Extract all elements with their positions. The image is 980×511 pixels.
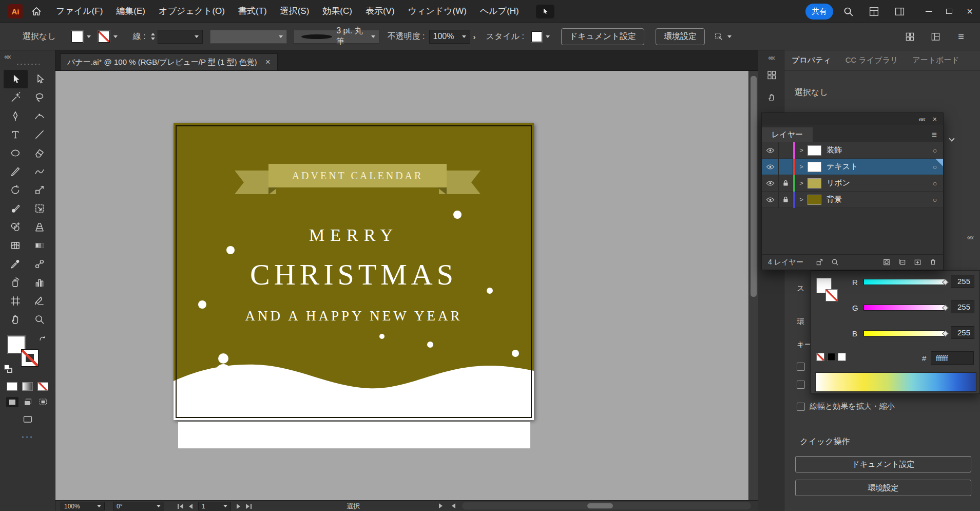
layer-name[interactable]: テキスト	[827, 162, 927, 172]
layer-row-1[interactable]: >装飾○	[762, 142, 943, 159]
graphic-style-swatch[interactable]	[531, 31, 542, 42]
layer-visibility-toggle[interactable]	[762, 192, 779, 207]
new-sublayer-icon[interactable]	[898, 258, 906, 266]
layers-tab[interactable]: レイヤー	[762, 127, 813, 142]
document-tab[interactable]: バナー.ai* @ 100 % (RGB/プレビュー/P 型 (1 型) 色覚)…	[60, 53, 278, 70]
vertical-scrollbar-thumb[interactable]	[751, 76, 757, 297]
curvature-tool[interactable]	[28, 107, 52, 125]
shaper-tool[interactable]	[28, 162, 52, 181]
direct-selection-tool[interactable]	[28, 70, 52, 88]
horizontal-scrollbar-thumb[interactable]	[587, 503, 613, 508]
layer-target-icon[interactable]: ○	[927, 196, 943, 204]
share-button[interactable]: 共有	[805, 4, 833, 20]
artboard-tool[interactable]	[4, 292, 28, 310]
draw-behind-button[interactable]	[22, 397, 34, 407]
quick-document-setup-button[interactable]: ドキュメント設定	[795, 456, 971, 472]
ellipse-tool[interactable]	[4, 144, 28, 162]
layer-expand-icon[interactable]: >	[795, 196, 808, 203]
layer-expand-icon[interactable]: >	[795, 146, 808, 154]
dock-collapse-icon[interactable]: ««	[758, 53, 784, 62]
gradient-button[interactable]	[22, 382, 33, 391]
menu-item-7[interactable]: 表示(V)	[359, 0, 401, 23]
menu-item-5[interactable]: 選択(S)	[274, 0, 316, 23]
home-icon[interactable]	[30, 5, 43, 18]
paintbrush-tool[interactable]	[4, 162, 28, 181]
layer-lock-toggle[interactable]	[779, 192, 793, 207]
pen-tool[interactable]	[4, 107, 28, 125]
zoom-dropdown[interactable]: 100%	[61, 502, 105, 510]
screen-mode-button[interactable]	[0, 414, 55, 424]
color-spectrum-bar[interactable]	[815, 372, 976, 392]
scale-stroke-effects-checkbox[interactable]	[797, 403, 805, 411]
section-chevron-icon[interactable]	[949, 136, 954, 141]
select-similar-dropdown[interactable]	[714, 32, 732, 42]
menu-item-1[interactable]: ファイル(F)	[49, 0, 109, 23]
collapsed-panel-hand-icon[interactable]	[758, 88, 784, 107]
channel-value-field[interactable]: 255	[951, 275, 974, 288]
stroke-color-swatch[interactable]	[98, 31, 110, 43]
rotation-dropdown[interactable]: 0°	[113, 502, 164, 510]
layer-lock-toggle[interactable]	[779, 175, 793, 191]
layer-thumbnail[interactable]	[808, 145, 821, 156]
none-button[interactable]	[37, 382, 48, 391]
slider-thumb[interactable]	[942, 305, 949, 311]
quick-preferences-button[interactable]: 環境設定	[795, 480, 971, 496]
layer-target-icon[interactable]: ○	[927, 146, 943, 155]
offartboard-white-shape[interactable]	[178, 422, 530, 448]
vertical-scrollbar[interactable]	[748, 71, 758, 500]
brush-definition-dropdown[interactable]: 3 pt. 丸筆	[293, 30, 379, 44]
panel-menu-icon[interactable]: ≡	[954, 30, 968, 43]
type-tool[interactable]	[4, 125, 28, 144]
document-tab-close-icon[interactable]: ×	[265, 57, 271, 67]
arrange-documents-icon[interactable]	[867, 5, 880, 18]
swap-fill-stroke-icon[interactable]	[39, 335, 47, 343]
close-button[interactable]: ×	[959, 0, 980, 23]
menu-item-2[interactable]: 編集(E)	[109, 0, 152, 23]
selection-tool[interactable]	[4, 70, 28, 88]
opacity-flyout-icon[interactable]: ›	[473, 32, 476, 41]
channel-value-field[interactable]: 255	[951, 326, 974, 339]
layer-name[interactable]: 装飾	[827, 145, 927, 155]
eyedropper-tool[interactable]	[4, 255, 28, 273]
layer-lock-toggle[interactable]	[779, 159, 793, 175]
workspace-switcher-icon[interactable]	[893, 5, 906, 18]
scale-tool[interactable]	[28, 181, 52, 199]
draw-inside-button[interactable]	[37, 397, 49, 407]
next-artboard-button[interactable]	[237, 504, 240, 509]
panel-edge-collapse-icon[interactable]: ««	[967, 233, 973, 241]
artboard[interactable]: ADVENT CALENDAR MERRY CHRISTMAS AND A HA…	[174, 123, 534, 420]
channel-slider[interactable]	[863, 330, 946, 336]
fill-color-swatch[interactable]	[71, 31, 83, 43]
none-swatch[interactable]	[816, 353, 824, 361]
layer-name[interactable]: 背景	[827, 195, 927, 204]
locate-object-icon[interactable]	[831, 258, 839, 266]
layer-target-icon[interactable]: ○	[927, 179, 943, 187]
layers-collapse-icon[interactable]: ««	[918, 115, 925, 123]
first-artboard-button[interactable]	[178, 504, 183, 509]
artboard-number-dropdown[interactable]: 1	[198, 502, 231, 510]
black-swatch[interactable]	[827, 353, 835, 361]
gradient-tool[interactable]	[28, 236, 52, 255]
panel-tab-3[interactable]: アートボード	[905, 55, 966, 65]
channel-slider[interactable]	[863, 305, 946, 311]
symbol-sprayer-tool[interactable]	[4, 273, 28, 292]
slider-thumb[interactable]	[942, 279, 949, 286]
layer-thumbnail[interactable]	[808, 162, 821, 172]
collect-for-export-icon[interactable]	[816, 258, 823, 266]
horizontal-scrollbar[interactable]	[462, 502, 751, 509]
stroke-color-dropdown[interactable]	[98, 31, 118, 43]
zoom-tool[interactable]	[28, 310, 52, 329]
collapsed-panel-grid-icon[interactable]	[758, 66, 784, 84]
previous-artboard-button[interactable]	[189, 504, 193, 509]
layer-lock-toggle[interactable]	[779, 142, 793, 158]
search-icon[interactable]	[841, 5, 855, 18]
blob-brush-tool[interactable]	[4, 199, 28, 218]
free-transform-tool[interactable]	[28, 199, 52, 218]
minimize-button[interactable]	[918, 0, 939, 23]
make-clipping-mask-icon[interactable]	[883, 258, 891, 266]
maximize-button[interactable]	[939, 0, 959, 23]
stroke-weight-stepper[interactable]	[151, 33, 155, 40]
toolbar-grip[interactable]	[16, 63, 40, 66]
panel-tab-2[interactable]: CC ライブラリ	[838, 55, 906, 65]
column-graph-tool[interactable]	[28, 273, 52, 292]
